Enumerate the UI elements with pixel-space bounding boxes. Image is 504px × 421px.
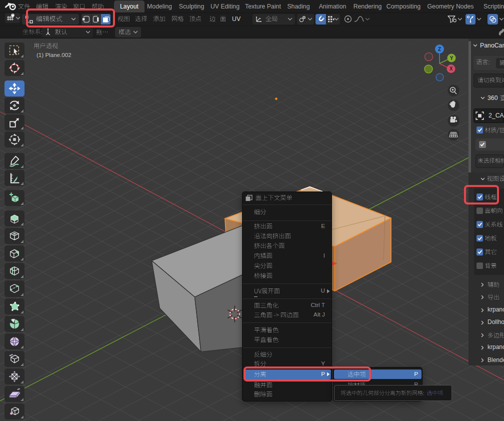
svg-text:Z: Z <box>438 46 441 52</box>
svg-text:Y: Y <box>450 56 454 61</box>
svg-text:X: X <box>450 66 453 72</box>
